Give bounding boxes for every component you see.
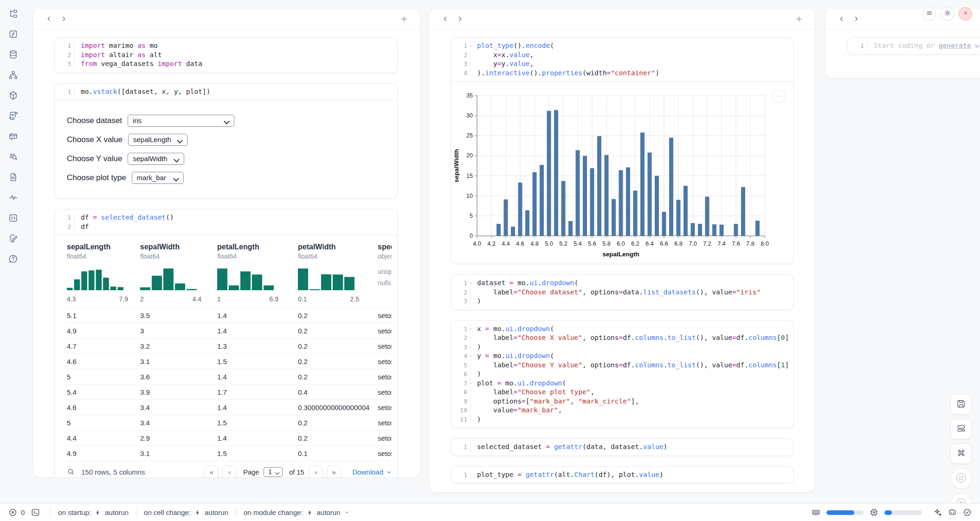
ai-sparkle-icon[interactable] bbox=[933, 508, 942, 517]
rail-tracer-button[interactable] bbox=[6, 191, 20, 205]
table-cell: 1.5 bbox=[217, 358, 298, 365]
line-number: 4 bbox=[451, 69, 471, 78]
command-button[interactable] bbox=[950, 443, 972, 464]
next-page-button[interactable]: › bbox=[309, 466, 323, 478]
rail-file-tree-button[interactable] bbox=[6, 7, 20, 21]
line-number: 1 bbox=[451, 325, 471, 334]
column-min-max: 16.9 bbox=[217, 295, 278, 303]
line-number: 2 bbox=[451, 288, 471, 297]
menu-button[interactable] bbox=[922, 7, 936, 20]
fold-chevron-icon[interactable] bbox=[468, 280, 473, 286]
rail-package-button[interactable] bbox=[6, 89, 20, 103]
table-column-header[interactable]: sepalLengthfloat644.37.9 bbox=[67, 243, 140, 307]
svg-text:0: 0 bbox=[470, 233, 473, 239]
code-line: x = mo.ui.dropdown( bbox=[471, 325, 554, 334]
rail-logs-button[interactable] bbox=[6, 150, 20, 164]
table-row[interactable]: 5.13.51.40.2setosa bbox=[67, 307, 392, 323]
close-button[interactable] bbox=[959, 7, 972, 20]
column-next-button[interactable] bbox=[452, 12, 467, 26]
rail-database-button[interactable] bbox=[6, 48, 20, 62]
rail-document-button[interactable] bbox=[6, 171, 20, 185]
table-row[interactable]: 4.931.40.2setosa bbox=[67, 323, 392, 338]
rail-function-button[interactable] bbox=[6, 28, 20, 42]
stop-button[interactable] bbox=[951, 468, 972, 489]
error-indicator[interactable]: 0 bbox=[8, 508, 25, 517]
code-line: plot = mo.ui.dropdown( bbox=[471, 379, 566, 388]
save-button[interactable] bbox=[950, 394, 972, 415]
altair-bar-chart[interactable]: 4.04.24.44.64.85.05.25.45.65.86.06.26.46… bbox=[451, 85, 793, 264]
add-cell-button[interactable] bbox=[397, 12, 412, 26]
fold-chevron-icon[interactable] bbox=[468, 381, 473, 386]
dropdown-label: Choose X value bbox=[67, 135, 122, 144]
dropdown-select[interactable]: sepalLength bbox=[128, 134, 187, 146]
connection-status-icon[interactable] bbox=[963, 508, 972, 517]
code-placeholder[interactable]: Start coding or generate with bbox=[867, 41, 980, 51]
generate-link[interactable]: generate bbox=[939, 42, 971, 49]
rail-scratchpad-button[interactable] bbox=[6, 232, 20, 246]
table-column-header[interactable]: petalLengthfloat6416.9 bbox=[217, 243, 298, 307]
code-editor[interactable]: 1dataset = mo.ui.dropdown(2 label="Choos… bbox=[451, 275, 793, 310]
prev-page-button[interactable]: ‹ bbox=[222, 466, 237, 478]
table-cell: 2.9 bbox=[140, 434, 217, 442]
layout-button[interactable] bbox=[950, 419, 972, 439]
svg-text:4.4: 4.4 bbox=[502, 241, 509, 247]
chart-menu-button[interactable] bbox=[772, 89, 785, 103]
code-editor[interactable]: 1selected_dataset = getattr(data, datase… bbox=[451, 439, 793, 456]
table-row[interactable]: 4.93.11.50.1setosa bbox=[67, 445, 392, 461]
run-mode-module-change[interactable]: on module change: autorun bbox=[244, 508, 350, 516]
fold-chevron-icon[interactable] bbox=[468, 353, 473, 358]
rail-snippets-button[interactable] bbox=[6, 212, 20, 226]
gear-button[interactable] bbox=[941, 7, 954, 20]
dropdown-select[interactable]: iris bbox=[128, 115, 234, 127]
code-editor[interactable]: 1plot_type().encode(2 x=x.value,3 y=y.va… bbox=[451, 38, 793, 81]
line-number: 1 bbox=[451, 41, 471, 51]
table-cell: 1.4 bbox=[217, 404, 298, 411]
database-icon bbox=[8, 50, 18, 61]
column-histogram bbox=[140, 266, 217, 292]
terminal-button[interactable] bbox=[31, 508, 40, 517]
column-prev-button[interactable] bbox=[834, 12, 849, 26]
svg-text:15: 15 bbox=[466, 173, 473, 179]
fold-chevron-icon[interactable] bbox=[468, 326, 473, 332]
svg-text:7.6: 7.6 bbox=[732, 241, 740, 247]
code-editor[interactable]: 1import marimo as mo2import altair as al… bbox=[55, 38, 397, 72]
code-editor[interactable]: 1x = mo.ui.dropdown(2 label="Choose X va… bbox=[451, 321, 793, 428]
table-row[interactable]: 53.41.50.2setosa bbox=[67, 415, 392, 430]
table-row[interactable]: 5.43.91.70.4setosa bbox=[67, 384, 392, 399]
fold-chevron-icon[interactable] bbox=[468, 43, 473, 48]
search-icon[interactable] bbox=[67, 468, 75, 477]
table-column-header[interactable]: sepalWidthfloat6424.4 bbox=[140, 243, 217, 307]
table-column-header[interactable]: speciesobjectuniquenulls: bbox=[378, 243, 392, 307]
code-editor[interactable]: 1mo.vstack([dataset, x, y, plot]) bbox=[55, 84, 397, 100]
last-page-button[interactable]: » bbox=[327, 466, 341, 478]
menu-icon bbox=[926, 9, 933, 19]
rail-script-button[interactable] bbox=[6, 110, 20, 124]
dropdown-select[interactable]: mark_bar bbox=[132, 172, 184, 184]
column-next-button[interactable] bbox=[849, 12, 864, 26]
run-mode-cell-change[interactable]: on cell change: autorun bbox=[144, 508, 228, 516]
table-row[interactable]: 4.63.41.40.30000000000000004setosa bbox=[67, 399, 392, 415]
rail-help-button[interactable] bbox=[6, 253, 20, 267]
table-cell: 0.2 bbox=[298, 312, 378, 319]
table-row[interactable]: 53.61.40.2setosa bbox=[67, 369, 392, 384]
add-cell-button[interactable] bbox=[792, 12, 806, 26]
rail-dependency-graph-button[interactable] bbox=[6, 69, 20, 83]
code-editor[interactable]: 1df = selected_dataset()2df bbox=[55, 209, 397, 235]
table-row[interactable]: 4.42.91.40.2setosa bbox=[67, 430, 392, 445]
empty-code-cell[interactable]: 1 Start coding or generate with bbox=[847, 37, 980, 55]
code-editor[interactable]: 1plot_type = getattr(alt.Chart(df), plot… bbox=[451, 467, 793, 483]
rail-chat-button[interactable] bbox=[6, 130, 20, 144]
table-column-header[interactable]: petalWidthfloat640.12.5 bbox=[298, 243, 378, 307]
dropdown-select[interactable]: sepalWidth bbox=[128, 153, 184, 165]
table-row[interactable]: 4.63.11.50.2setosa bbox=[67, 353, 392, 369]
download-button[interactable]: Download bbox=[352, 468, 392, 476]
table-row[interactable]: 4.73.21.30.2setosa bbox=[67, 338, 392, 353]
column-prev-button[interactable] bbox=[438, 12, 452, 26]
line-number: 3 bbox=[451, 297, 471, 306]
column-prev-button[interactable] bbox=[41, 12, 56, 26]
copilot-icon[interactable] bbox=[948, 508, 957, 517]
column-next-button[interactable] bbox=[56, 12, 71, 26]
page-select[interactable]: 1 bbox=[264, 467, 283, 477]
run-mode-startup[interactable]: on startup: autorun bbox=[58, 508, 129, 516]
first-page-button[interactable]: « bbox=[204, 466, 219, 478]
